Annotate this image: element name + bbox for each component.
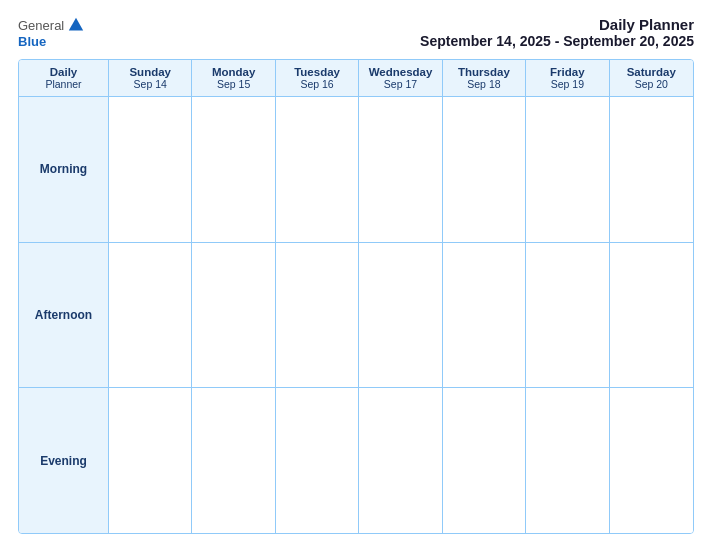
col-day-name: Friday	[530, 66, 604, 78]
logo-area: General Blue	[18, 16, 85, 49]
page: General Blue Daily Planner September 14,…	[0, 0, 712, 550]
header-col-6: Saturday Sep 20	[610, 60, 693, 96]
header-col-5: Friday Sep 19	[526, 60, 609, 96]
col-day-date: Sep 15	[196, 78, 270, 90]
cell-2-0[interactable]	[109, 388, 192, 533]
logo-text: General	[18, 16, 85, 34]
cell-0-1[interactable]	[192, 97, 275, 242]
col-day-date: Sep 17	[363, 78, 437, 90]
logo-icon	[67, 16, 85, 34]
header-col-2: Tuesday Sep 16	[276, 60, 359, 96]
title-area: Daily Planner September 14, 2025 - Septe…	[420, 16, 694, 49]
cell-1-4[interactable]	[443, 243, 526, 388]
header-col-3: Wednesday Sep 17	[359, 60, 442, 96]
cell-0-4[interactable]	[443, 97, 526, 242]
col-day-date: Sep 18	[447, 78, 521, 90]
cell-1-3[interactable]	[359, 243, 442, 388]
calendar: Daily Planner Sunday Sep 14 Monday Sep 1…	[18, 59, 694, 534]
cell-2-2[interactable]	[276, 388, 359, 533]
header-col-4: Thursday Sep 18	[443, 60, 526, 96]
row-label-text: Evening	[40, 454, 87, 468]
cell-2-1[interactable]	[192, 388, 275, 533]
cell-0-5[interactable]	[526, 97, 609, 242]
row-label-text: Afternoon	[35, 308, 92, 322]
header-label-line1: Daily	[23, 66, 104, 78]
logo-general-text: General	[18, 18, 64, 33]
col-day-date: Sep 19	[530, 78, 604, 90]
header-col-1: Monday Sep 15	[192, 60, 275, 96]
logo-blue-text: Blue	[18, 34, 46, 49]
cell-1-1[interactable]	[192, 243, 275, 388]
header: General Blue Daily Planner September 14,…	[18, 16, 694, 49]
col-day-date: Sep 14	[113, 78, 187, 90]
svg-marker-0	[69, 18, 83, 31]
col-day-name: Sunday	[113, 66, 187, 78]
cell-2-5[interactable]	[526, 388, 609, 533]
col-day-name: Tuesday	[280, 66, 354, 78]
col-day-name: Saturday	[614, 66, 689, 78]
date-range: September 14, 2025 - September 20, 2025	[420, 33, 694, 49]
planner-title: Daily Planner	[420, 16, 694, 33]
cell-1-0[interactable]	[109, 243, 192, 388]
row-label-2: Evening	[19, 388, 109, 533]
cell-0-6[interactable]	[610, 97, 693, 242]
row-label-1: Afternoon	[19, 243, 109, 388]
row-label-text: Morning	[40, 162, 87, 176]
cell-2-3[interactable]	[359, 388, 442, 533]
col-day-name: Wednesday	[363, 66, 437, 78]
cal-row-1: Afternoon	[19, 243, 693, 389]
row-label-0: Morning	[19, 97, 109, 242]
header-label-cell: Daily Planner	[19, 60, 109, 96]
cell-1-5[interactable]	[526, 243, 609, 388]
cell-1-6[interactable]	[610, 243, 693, 388]
cell-2-6[interactable]	[610, 388, 693, 533]
cal-row-2: Evening	[19, 388, 693, 533]
cal-row-0: Morning	[19, 97, 693, 243]
cell-0-0[interactable]	[109, 97, 192, 242]
header-label-line2: Planner	[23, 78, 104, 90]
cell-1-2[interactable]	[276, 243, 359, 388]
header-col-0: Sunday Sep 14	[109, 60, 192, 96]
cell-0-3[interactable]	[359, 97, 442, 242]
col-day-date: Sep 16	[280, 78, 354, 90]
cell-2-4[interactable]	[443, 388, 526, 533]
cell-0-2[interactable]	[276, 97, 359, 242]
col-day-date: Sep 20	[614, 78, 689, 90]
col-day-name: Thursday	[447, 66, 521, 78]
col-day-name: Monday	[196, 66, 270, 78]
calendar-body: MorningAfternoonEvening	[19, 97, 693, 533]
calendar-header-row: Daily Planner Sunday Sep 14 Monday Sep 1…	[19, 60, 693, 97]
